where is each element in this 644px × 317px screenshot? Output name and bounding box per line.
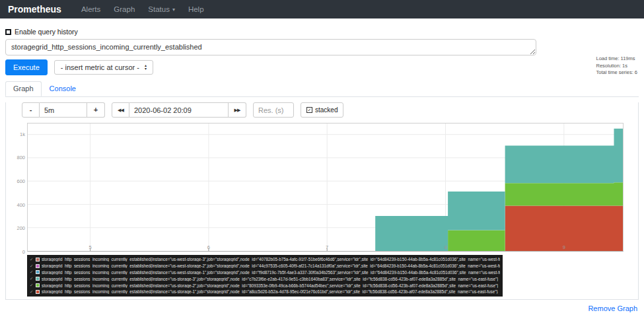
resolution-input[interactable] [253,102,294,118]
legend-series-label: storagegrid_http_sessions_incoming_curre… [42,270,500,275]
time-back-button[interactable]: ◀◀ [112,102,129,118]
legend-series-label: storagegrid_http_sessions_incoming_curre… [42,289,498,294]
legend-row[interactable]: ✓storagegrid_http_sessions_incoming_curr… [27,263,503,269]
legend-row[interactable]: ✓storagegrid_http_sessions_incoming_curr… [27,282,503,289]
x-tick-label: 7 [326,244,328,250]
legend-row[interactable]: ✓storagegrid_http_sessions_incoming_curr… [27,269,503,276]
x-tick-label: 9 [563,244,565,250]
legend-row[interactable]: ✓storagegrid_http_sessions_incoming_curr… [27,289,503,295]
legend-swatch [36,283,40,287]
legend-swatch [36,290,40,294]
legend-swatch [36,258,40,262]
y-tick-label: 600 [17,178,25,184]
legend-check-icon: ✓ [30,276,34,281]
remove-graph-row: Remove Graph [5,302,637,314]
end-time-input[interactable] [129,102,229,118]
legend-swatch [36,264,40,268]
legend-check-icon: ✓ [30,289,34,295]
stacked-label: stacked [315,106,338,114]
legend-check-icon: ✓ [30,257,34,262]
legend: ✓storagegrid_http_sessions_incoming_curr… [27,255,503,297]
range-decrease-button[interactable]: - [22,102,40,118]
query-stats: Load time: 119msResolution: 1sTotal time… [596,55,637,77]
select-updown-icon: ▴▾ [145,64,147,71]
nav-item-alerts[interactable]: Alerts [81,5,100,13]
remove-graph-link[interactable]: Remove Graph [588,304,637,312]
content: Enable query history storagegrid_http_se… [0,28,644,317]
query-input[interactable]: storagegrid_http_sessions_incoming_curre… [5,39,536,55]
query-history-row: Enable query history [5,28,639,36]
caret-down-icon: ▾ [172,7,175,13]
range-input[interactable] [40,102,87,118]
range-increase-button[interactable]: + [87,102,105,118]
prometheus-page: Prometheus AlertsGraphStatus▾Help Enable… [0,0,644,317]
checked-checkbox-icon: ✓ [306,107,312,113]
plot-area[interactable]: 56789 [27,123,624,252]
y-tick-label: 0 [22,249,25,255]
y-tick-label: 1k [20,131,25,137]
time-forward-button[interactable]: ▶▶ [229,102,246,118]
x-tick-label: 5 [89,244,92,250]
stat-line: Total time series: 6 [596,69,637,77]
legend-check-icon: ✓ [30,283,34,288]
y-axis-labels: 02004006008001k [17,123,26,252]
stacked-toggle[interactable]: ✓ stacked [301,102,343,118]
legend-row[interactable]: ✓storagegrid_http_sessions_incoming_curr… [27,256,503,263]
graph-panel: - + ◀◀ ▶▶ ✓ stacked 02004006008001k [5,102,639,300]
tab-bar: Graph Console [5,81,639,97]
legend-swatch [36,270,40,274]
legend-series-label: storagegrid_http_sessions_incoming_curre… [42,257,500,262]
legend-check-icon: ✓ [30,269,34,275]
insert-metric-label: - insert metric at cursor - [61,63,139,71]
brand-prometheus[interactable]: Prometheus [8,4,61,15]
execute-button[interactable]: Execute [5,59,48,75]
chart: 02004006008001k 56789 [17,122,626,254]
y-tick-label: 200 [17,225,25,231]
x-tick-label: 8 [444,244,447,250]
range-group: - + [22,102,105,118]
legend-swatch [36,277,40,281]
legend-series-label: storagegrid_http_sessions_incoming_curre… [42,277,498,281]
legend-row[interactable]: ✓storagegrid_http_sessions_incoming_curr… [27,275,503,282]
insert-metric-dropdown[interactable]: - insert metric at cursor - ▴▾ [54,60,153,75]
stat-line: Load time: 119ms [596,55,637,63]
nav-item-help[interactable]: Help [188,5,204,13]
nav-item-status[interactable]: Status▾ [148,5,175,13]
stat-line: Resolution: 1s [596,63,637,70]
legend-series-label: storagegrid_http_sessions_incoming_curre… [42,283,498,288]
execute-row: Execute - insert metric at cursor - ▴▾ [5,59,639,75]
stacked-area-chart [28,123,623,251]
legend-check-icon: ✓ [30,264,34,269]
graph-controls: - + ◀◀ ▶▶ ✓ stacked [22,102,638,118]
tab-graph[interactable]: Graph [5,81,42,96]
navbar: Prometheus AlertsGraphStatus▾Help [0,0,644,18]
navbar-links: AlertsGraphStatus▾Help [81,5,204,13]
tab-console[interactable]: Console [42,81,84,96]
nav-item-graph[interactable]: Graph [114,5,135,13]
y-tick-label: 800 [17,155,25,160]
x-tick-label: 6 [207,244,210,250]
enable-query-history-checkbox[interactable] [5,29,11,35]
legend-series-label: storagegrid_http_sessions_incoming_curre… [42,264,500,268]
enable-query-history-label: Enable query history [15,28,78,36]
time-group: ◀◀ ▶▶ [112,102,246,118]
y-tick-label: 400 [17,201,25,207]
